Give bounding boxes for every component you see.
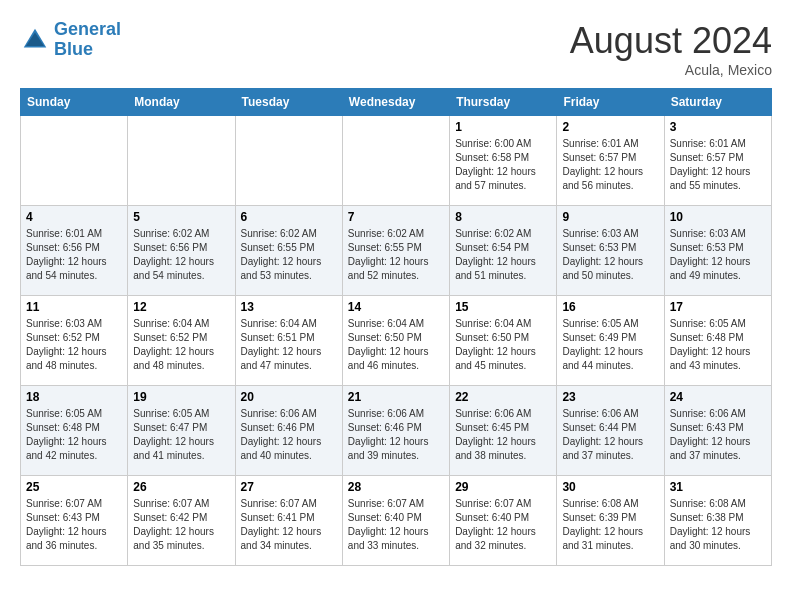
day-number: 7 [348,210,444,224]
calendar-cell: 3Sunrise: 6:01 AM Sunset: 6:57 PM Daylig… [664,116,771,206]
logo-text: General Blue [54,20,121,60]
logo-icon [20,25,50,55]
day-number: 17 [670,300,766,314]
calendar-cell: 8Sunrise: 6:02 AM Sunset: 6:54 PM Daylig… [450,206,557,296]
calendar-cell: 25Sunrise: 6:07 AM Sunset: 6:43 PM Dayli… [21,476,128,566]
day-header-tuesday: Tuesday [235,89,342,116]
day-number: 31 [670,480,766,494]
calendar-cell: 21Sunrise: 6:06 AM Sunset: 6:46 PM Dayli… [342,386,449,476]
day-number: 25 [26,480,122,494]
calendar-cell: 17Sunrise: 6:05 AM Sunset: 6:48 PM Dayli… [664,296,771,386]
calendar-cell: 23Sunrise: 6:06 AM Sunset: 6:44 PM Dayli… [557,386,664,476]
calendar-cell: 22Sunrise: 6:06 AM Sunset: 6:45 PM Dayli… [450,386,557,476]
day-number: 5 [133,210,229,224]
day-header-friday: Friday [557,89,664,116]
day-info: Sunrise: 6:06 AM Sunset: 6:45 PM Dayligh… [455,407,551,463]
day-number: 9 [562,210,658,224]
day-number: 30 [562,480,658,494]
day-info: Sunrise: 6:05 AM Sunset: 6:47 PM Dayligh… [133,407,229,463]
day-info: Sunrise: 6:07 AM Sunset: 6:40 PM Dayligh… [348,497,444,553]
day-info: Sunrise: 6:07 AM Sunset: 6:40 PM Dayligh… [455,497,551,553]
day-info: Sunrise: 6:02 AM Sunset: 6:55 PM Dayligh… [241,227,337,283]
day-info: Sunrise: 6:04 AM Sunset: 6:51 PM Dayligh… [241,317,337,373]
day-number: 10 [670,210,766,224]
calendar-cell: 14Sunrise: 6:04 AM Sunset: 6:50 PM Dayli… [342,296,449,386]
calendar-cell: 26Sunrise: 6:07 AM Sunset: 6:42 PM Dayli… [128,476,235,566]
day-info: Sunrise: 6:05 AM Sunset: 6:49 PM Dayligh… [562,317,658,373]
day-info: Sunrise: 6:05 AM Sunset: 6:48 PM Dayligh… [26,407,122,463]
day-info: Sunrise: 6:03 AM Sunset: 6:52 PM Dayligh… [26,317,122,373]
day-info: Sunrise: 6:06 AM Sunset: 6:44 PM Dayligh… [562,407,658,463]
calendar-cell: 6Sunrise: 6:02 AM Sunset: 6:55 PM Daylig… [235,206,342,296]
page-header: General Blue August 2024 Acula, Mexico [20,20,772,78]
calendar-cell: 9Sunrise: 6:03 AM Sunset: 6:53 PM Daylig… [557,206,664,296]
day-number: 24 [670,390,766,404]
day-number: 11 [26,300,122,314]
day-number: 29 [455,480,551,494]
day-info: Sunrise: 6:01 AM Sunset: 6:57 PM Dayligh… [562,137,658,193]
day-number: 3 [670,120,766,134]
calendar-cell: 20Sunrise: 6:06 AM Sunset: 6:46 PM Dayli… [235,386,342,476]
calendar-cell: 7Sunrise: 6:02 AM Sunset: 6:55 PM Daylig… [342,206,449,296]
day-info: Sunrise: 6:01 AM Sunset: 6:56 PM Dayligh… [26,227,122,283]
day-info: Sunrise: 6:00 AM Sunset: 6:58 PM Dayligh… [455,137,551,193]
day-number: 4 [26,210,122,224]
calendar-cell: 31Sunrise: 6:08 AM Sunset: 6:38 PM Dayli… [664,476,771,566]
calendar-cell: 18Sunrise: 6:05 AM Sunset: 6:48 PM Dayli… [21,386,128,476]
day-info: Sunrise: 6:05 AM Sunset: 6:48 PM Dayligh… [670,317,766,373]
day-number: 1 [455,120,551,134]
calendar-cell: 30Sunrise: 6:08 AM Sunset: 6:39 PM Dayli… [557,476,664,566]
day-info: Sunrise: 6:08 AM Sunset: 6:38 PM Dayligh… [670,497,766,553]
logo: General Blue [20,20,121,60]
day-number: 18 [26,390,122,404]
day-info: Sunrise: 6:06 AM Sunset: 6:46 PM Dayligh… [241,407,337,463]
day-number: 12 [133,300,229,314]
day-number: 20 [241,390,337,404]
day-info: Sunrise: 6:06 AM Sunset: 6:43 PM Dayligh… [670,407,766,463]
day-number: 6 [241,210,337,224]
day-number: 26 [133,480,229,494]
day-number: 15 [455,300,551,314]
day-info: Sunrise: 6:03 AM Sunset: 6:53 PM Dayligh… [562,227,658,283]
calendar-cell: 19Sunrise: 6:05 AM Sunset: 6:47 PM Dayli… [128,386,235,476]
calendar-cell [235,116,342,206]
calendar-cell: 28Sunrise: 6:07 AM Sunset: 6:40 PM Dayli… [342,476,449,566]
calendar-cell: 5Sunrise: 6:02 AM Sunset: 6:56 PM Daylig… [128,206,235,296]
calendar-cell [128,116,235,206]
header-row: SundayMondayTuesdayWednesdayThursdayFrid… [21,89,772,116]
day-number: 14 [348,300,444,314]
calendar-cell: 13Sunrise: 6:04 AM Sunset: 6:51 PM Dayli… [235,296,342,386]
day-info: Sunrise: 6:04 AM Sunset: 6:50 PM Dayligh… [348,317,444,373]
calendar-cell: 11Sunrise: 6:03 AM Sunset: 6:52 PM Dayli… [21,296,128,386]
day-number: 16 [562,300,658,314]
calendar-cell: 15Sunrise: 6:04 AM Sunset: 6:50 PM Dayli… [450,296,557,386]
day-info: Sunrise: 6:02 AM Sunset: 6:55 PM Dayligh… [348,227,444,283]
day-number: 27 [241,480,337,494]
day-number: 28 [348,480,444,494]
day-number: 2 [562,120,658,134]
calendar-cell: 10Sunrise: 6:03 AM Sunset: 6:53 PM Dayli… [664,206,771,296]
day-number: 23 [562,390,658,404]
title-block: August 2024 Acula, Mexico [570,20,772,78]
calendar-cell: 16Sunrise: 6:05 AM Sunset: 6:49 PM Dayli… [557,296,664,386]
week-row-2: 4Sunrise: 6:01 AM Sunset: 6:56 PM Daylig… [21,206,772,296]
day-number: 8 [455,210,551,224]
logo-line2: Blue [54,39,93,59]
calendar-table: SundayMondayTuesdayWednesdayThursdayFrid… [20,88,772,566]
week-row-5: 25Sunrise: 6:07 AM Sunset: 6:43 PM Dayli… [21,476,772,566]
calendar-cell: 2Sunrise: 6:01 AM Sunset: 6:57 PM Daylig… [557,116,664,206]
day-info: Sunrise: 6:07 AM Sunset: 6:43 PM Dayligh… [26,497,122,553]
week-row-4: 18Sunrise: 6:05 AM Sunset: 6:48 PM Dayli… [21,386,772,476]
calendar-cell: 12Sunrise: 6:04 AM Sunset: 6:52 PM Dayli… [128,296,235,386]
location: Acula, Mexico [570,62,772,78]
day-info: Sunrise: 6:04 AM Sunset: 6:52 PM Dayligh… [133,317,229,373]
day-info: Sunrise: 6:04 AM Sunset: 6:50 PM Dayligh… [455,317,551,373]
day-number: 13 [241,300,337,314]
day-info: Sunrise: 6:03 AM Sunset: 6:53 PM Dayligh… [670,227,766,283]
month-title: August 2024 [570,20,772,62]
day-header-wednesday: Wednesday [342,89,449,116]
day-info: Sunrise: 6:02 AM Sunset: 6:54 PM Dayligh… [455,227,551,283]
week-row-3: 11Sunrise: 6:03 AM Sunset: 6:52 PM Dayli… [21,296,772,386]
day-header-sunday: Sunday [21,89,128,116]
day-number: 19 [133,390,229,404]
